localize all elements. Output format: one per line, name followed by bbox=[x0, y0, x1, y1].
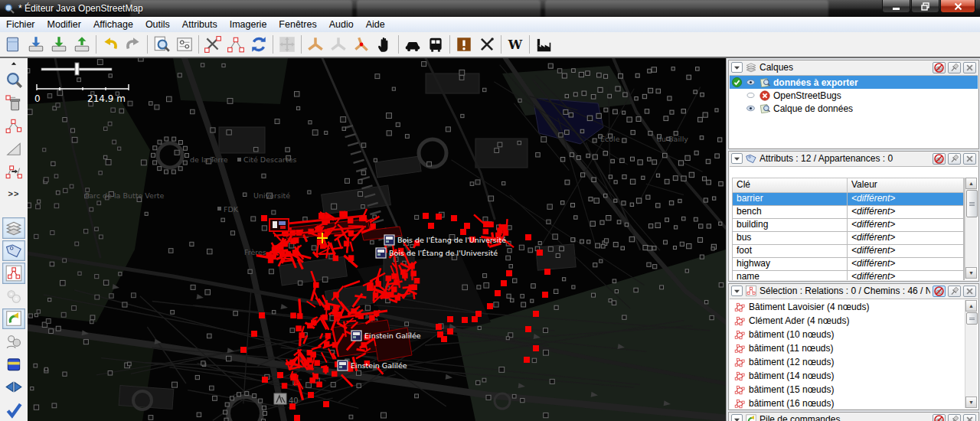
selection-dialog-button[interactable] bbox=[2, 263, 25, 284]
menu-outils[interactable]: Outils bbox=[139, 18, 176, 31]
commandstack-dialog-button[interactable] bbox=[2, 308, 25, 330]
upload-data-button[interactable] bbox=[70, 34, 93, 55]
layers-close-button[interactable] bbox=[963, 62, 976, 73]
layers-dialog-button[interactable] bbox=[2, 217, 25, 239]
selection-collapse-button[interactable] bbox=[731, 286, 743, 296]
closed-way-icon bbox=[733, 328, 746, 341]
draw-nodes-button[interactable] bbox=[2, 115, 25, 136]
layers-hide-button[interactable] bbox=[933, 62, 946, 73]
measure-tool-button[interactable] bbox=[2, 138, 25, 159]
zoom-tool-button[interactable] bbox=[2, 70, 25, 91]
tags-scrollbar[interactable]: ▲ ▼ bbox=[965, 178, 977, 279]
commandstack-collapse-button[interactable] bbox=[731, 414, 743, 421]
selection-item[interactable]: bâtiment (15 nœuds) bbox=[731, 383, 965, 397]
cross-tool-button[interactable] bbox=[475, 34, 498, 55]
tag-row[interactable]: barrier<différent> bbox=[732, 193, 965, 206]
selection-item[interactable]: bâtiment (14 nœuds) bbox=[731, 369, 965, 383]
visibility-eye-icon[interactable] bbox=[745, 77, 756, 87]
tag-row[interactable]: bus<différent> bbox=[732, 232, 965, 245]
selection-item[interactable]: bâtiment (10 nœuds) bbox=[731, 328, 965, 341]
delete-tool-button[interactable] bbox=[2, 93, 25, 114]
selection-item[interactable]: Clément Ader (4 nœuds) bbox=[731, 314, 965, 328]
tag-row[interactable]: bench<différent> bbox=[732, 206, 965, 219]
tag-row[interactable]: building<différent> bbox=[732, 219, 965, 232]
tags-pin-button[interactable] bbox=[948, 153, 961, 165]
visibility-off-icon[interactable] bbox=[745, 90, 756, 100]
selection-pin-button[interactable] bbox=[948, 286, 961, 297]
layers-pin-button[interactable] bbox=[948, 62, 961, 73]
tag-row[interactable]: name<différent> bbox=[732, 271, 965, 280]
scrollbar-thumb[interactable] bbox=[966, 190, 978, 217]
split-way-button[interactable] bbox=[201, 34, 224, 55]
visibility-eye-icon[interactable] bbox=[745, 103, 756, 113]
more-tools-button[interactable]: >> bbox=[2, 183, 25, 204]
scroll-down-arrow[interactable]: ▼ bbox=[965, 267, 977, 279]
tags-close-button[interactable] bbox=[963, 153, 976, 165]
selection-close-button[interactable] bbox=[963, 286, 976, 297]
restore-button[interactable] bbox=[911, 0, 939, 13]
tags-dialog-button[interactable] bbox=[2, 240, 25, 262]
new-file-button[interactable] bbox=[2, 34, 24, 55]
menu-attributs[interactable]: Attributs bbox=[176, 18, 224, 31]
layer-row[interactable]: OpenStreetBugs bbox=[730, 89, 978, 102]
selection-item[interactable]: Bâtiment Lavoisier (4 nœuds) bbox=[731, 300, 965, 314]
layer-row[interactable]: données à exporter bbox=[730, 76, 978, 89]
improve-accuracy-button[interactable] bbox=[2, 161, 25, 182]
scroll-up-arrow[interactable]: ▲ bbox=[965, 178, 977, 189]
josm-logo-icon bbox=[4, 3, 15, 15]
join-ways-button[interactable] bbox=[304, 34, 327, 55]
download-data-button[interactable] bbox=[47, 34, 70, 55]
minimize-button[interactable] bbox=[882, 0, 910, 13]
selection-item[interactable]: bâtiment (12 nœuds) bbox=[731, 355, 965, 369]
menu-imagerie[interactable]: Imagerie bbox=[224, 18, 273, 31]
tag-row[interactable]: highway<différent> bbox=[732, 258, 965, 271]
map-canvas[interactable]: Parc de la Butte Vertede la TerreCité De… bbox=[28, 58, 726, 421]
menu-modifier[interactable]: Modifier bbox=[41, 18, 87, 31]
tags-hide-button[interactable] bbox=[933, 153, 946, 165]
selection-scrollbar[interactable]: ▲ ▼ bbox=[965, 300, 977, 408]
merge-nodes-button[interactable] bbox=[224, 34, 247, 55]
update-data-button[interactable] bbox=[247, 34, 270, 55]
validation-warning-button[interactable] bbox=[452, 34, 475, 55]
align-nodes-button[interactable] bbox=[350, 34, 373, 55]
tag-row[interactable]: foot<différent> bbox=[732, 245, 965, 258]
validator-dialog-button[interactable] bbox=[2, 399, 25, 420]
title-bar[interactable]: * Éditeur Java OpenStreetMap bbox=[0, 0, 980, 17]
factory-button[interactable] bbox=[532, 34, 555, 55]
selection-item[interactable]: bâtiment (11 nœuds) bbox=[731, 341, 965, 355]
tags-collapse-button[interactable] bbox=[731, 153, 743, 164]
tags-table-header[interactable]: Clé Valeur bbox=[732, 178, 965, 193]
commandstack-pin-button[interactable] bbox=[948, 414, 961, 421]
scrollbar-thumb[interactable] bbox=[966, 312, 978, 325]
history-dialog-button[interactable] bbox=[2, 354, 25, 375]
search-button[interactable] bbox=[150, 34, 173, 55]
users-dialog-button[interactable] bbox=[2, 331, 25, 352]
undo-button[interactable] bbox=[99, 34, 122, 55]
commandstack-close-button[interactable] bbox=[963, 414, 976, 421]
open-file-button[interactable] bbox=[24, 34, 47, 55]
commandstack-hide-button[interactable] bbox=[933, 414, 946, 421]
move-mode-button[interactable] bbox=[276, 34, 299, 55]
car-button[interactable] bbox=[401, 34, 424, 55]
menu-fichier[interactable]: Fichier bbox=[0, 18, 41, 31]
scroll-down-arrow[interactable]: ▼ bbox=[965, 397, 977, 408]
selection-hide-button[interactable] bbox=[933, 286, 946, 297]
preferences-button[interactable] bbox=[173, 34, 196, 55]
selection-item[interactable]: bâtiment (16 nœuds) bbox=[731, 397, 965, 409]
menu-aide[interactable]: Aide bbox=[360, 18, 391, 31]
scroll-up-button[interactable] bbox=[2, 59, 25, 68]
conflicts-dialog-button[interactable] bbox=[2, 377, 25, 398]
redo-button[interactable] bbox=[122, 34, 145, 55]
menu-audio[interactable]: Audio bbox=[323, 18, 360, 31]
close-button[interactable] bbox=[940, 0, 975, 13]
relations-dialog-button[interactable] bbox=[2, 286, 25, 307]
menu-affichage[interactable]: Affichage bbox=[87, 18, 139, 31]
castle-w-button[interactable]: W bbox=[504, 34, 527, 55]
bus-button[interactable] bbox=[424, 34, 447, 55]
scroll-up-arrow[interactable]: ▲ bbox=[965, 300, 977, 312]
layers-collapse-button[interactable] bbox=[731, 62, 743, 73]
menu-fenetres[interactable]: Fenêtres bbox=[273, 18, 322, 31]
pan-hand-button[interactable] bbox=[373, 34, 396, 55]
layer-row[interactable]: Calque de données bbox=[730, 102, 978, 115]
unglue-ways-button[interactable] bbox=[327, 34, 350, 55]
